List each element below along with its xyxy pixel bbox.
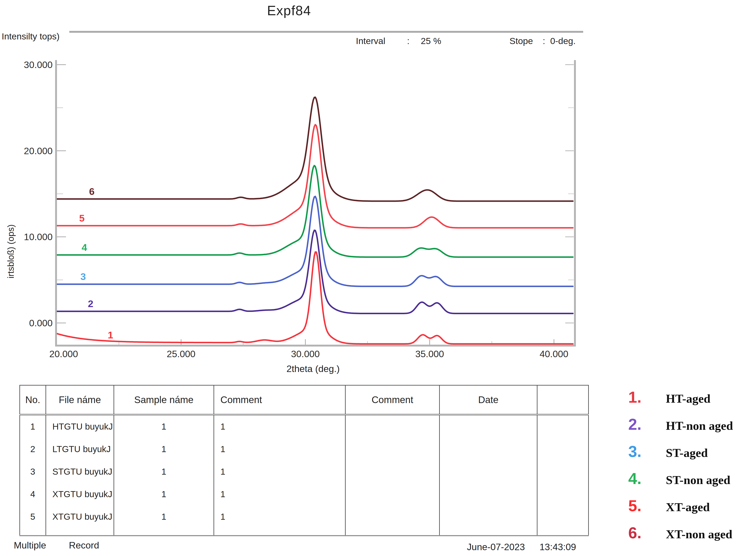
table-cell: 5: [20, 506, 46, 528]
curve-number-label-6: 6: [89, 186, 95, 197]
table-cell: 1: [114, 483, 214, 506]
file-table-header-row: No. File náme Sample náme Comment Commen…: [20, 385, 589, 415]
table-filler-row: [20, 528, 589, 536]
table-cell: LTGTU buyukJ: [46, 438, 114, 460]
table-cell: [439, 506, 537, 528]
x-axis-title: 2theta (deg.): [271, 363, 355, 374]
table-cell: 1: [114, 415, 214, 438]
series-legend: 1.HT-aged2.HT-non aged3.ST-aged4.ST-non …: [628, 388, 756, 551]
table-cell: [537, 506, 589, 528]
table-row: 2LTGTU buyukJ11: [20, 438, 589, 460]
x-tick-label: 25.000: [167, 349, 196, 359]
table-cell: 1: [214, 438, 346, 460]
series-path-1: [57, 252, 573, 344]
col-header-no: No.: [20, 385, 46, 415]
table-cell: 1: [214, 506, 346, 528]
legend-item-number: 1.: [628, 388, 666, 406]
legend-item-number: 5.: [628, 496, 666, 515]
series-path-3: [57, 197, 573, 286]
y-axis-title: irtsbloß) (ops): [6, 210, 16, 293]
table-cell-empty: [439, 528, 537, 536]
table-cell-empty: [20, 528, 46, 536]
legend-item: 1.HT-aged: [628, 388, 756, 415]
table-cell-empty: [46, 528, 114, 536]
curve-number-label-5: 5: [79, 213, 85, 224]
table-cell: 1: [114, 506, 214, 528]
table-cell: STGTU buyukJ: [46, 460, 114, 483]
series-path-6: [57, 97, 573, 201]
table-cell: [439, 460, 537, 483]
table-cell-empty: [214, 528, 346, 536]
footer-date: June-07-2023: [467, 542, 525, 552]
xrd-chart: 0.00010.00020.00030.00020.00025.00030.00…: [0, 0, 605, 388]
table-cell: HTGTU buyukJ: [46, 415, 114, 438]
table-cell: 4: [20, 483, 46, 506]
table-cell: 1: [114, 438, 214, 460]
legend-item-label: XT-non aged: [666, 527, 732, 541]
curve-number-label-4: 4: [81, 242, 87, 253]
series-path-4: [57, 166, 573, 257]
legend-item: 2.HT-non aged: [628, 415, 756, 442]
legend-item: 3.ST-aged: [628, 442, 756, 470]
legend-item: 6.XT-non aged: [628, 524, 756, 551]
legend-item-number: 3.: [628, 442, 666, 460]
table-cell: [537, 460, 589, 483]
curve-number-label-3: 3: [80, 271, 86, 282]
col-header-samplename: Sample náme: [114, 385, 214, 415]
x-axis-line: [55, 345, 576, 347]
footer-mode-record: Record: [69, 540, 99, 551]
table-row: 1HTGTU buyukJ11: [20, 415, 589, 438]
y-tick-label: 10.000: [24, 232, 53, 242]
x-tick-label: 20.000: [49, 349, 78, 359]
table-row: 4XTGTU buyukJ11: [20, 483, 589, 506]
curve-number-label-2: 2: [88, 298, 93, 309]
table-cell: 1: [214, 415, 346, 438]
x-tick-label: 35.000: [415, 349, 444, 359]
table-cell: XTGTU buyukJ: [46, 483, 114, 506]
table-cell: 1: [20, 415, 46, 438]
legend-item-label: HT-non aged: [666, 419, 733, 433]
table-cell: 1: [114, 460, 214, 483]
xrd-report: Expf84 Intensilty tops) Interval : 25 % …: [0, 0, 756, 556]
x-tick-label: 40.000: [539, 349, 568, 359]
table-cell: [346, 460, 439, 483]
col-header-comment1: Comment: [214, 385, 346, 415]
footer-time: 13:43:09: [539, 542, 576, 552]
table-cell: [439, 415, 537, 438]
table-cell: 1: [214, 460, 346, 483]
footer-datetime: June-07-202313:43:09: [397, 542, 576, 552]
footer-mode-multiple: Multiple: [14, 540, 46, 551]
legend-item: 5.XT-aged: [628, 496, 756, 524]
y-tick-label: 0.000: [29, 318, 53, 328]
table-row: 5XTGTU buyukJ11: [20, 506, 589, 528]
col-header-date: Date: [439, 385, 537, 415]
table-cell: [537, 483, 589, 506]
table-cell: 2: [20, 438, 46, 460]
file-table: No. File náme Sample náme Comment Commen…: [20, 385, 589, 536]
table-cell: 1: [214, 483, 346, 506]
table-cell: [537, 415, 589, 438]
legend-item-label: HT-aged: [666, 392, 711, 406]
table-cell: [346, 483, 439, 506]
legend-item-label: XT-aged: [666, 500, 710, 514]
x-tick-label: 30.000: [291, 349, 320, 359]
table-cell: [346, 506, 439, 528]
table-cell: [439, 438, 537, 460]
table-cell-empty: [114, 528, 214, 536]
col-header-comment2: Comment: [346, 385, 439, 415]
y-axis-line: [55, 60, 57, 347]
legend-item: 4.ST-non aged: [628, 470, 756, 496]
legend-item-number: 6.: [628, 524, 666, 542]
col-header-filename: File náme: [46, 385, 114, 415]
y-tick-label: 20.000: [24, 146, 53, 156]
table-row: 3STGTU buyukJ11: [20, 460, 589, 483]
table-cell: 3: [20, 460, 46, 483]
table-cell-empty: [346, 528, 439, 536]
series-path-5: [57, 125, 573, 228]
curve-number-label-1: 1: [108, 329, 113, 341]
table-cell: [537, 438, 589, 460]
right-axis-line: [574, 60, 576, 347]
table-cell-empty: [537, 528, 589, 536]
table-cell: [439, 483, 537, 506]
legend-item-number: 2.: [628, 415, 666, 433]
